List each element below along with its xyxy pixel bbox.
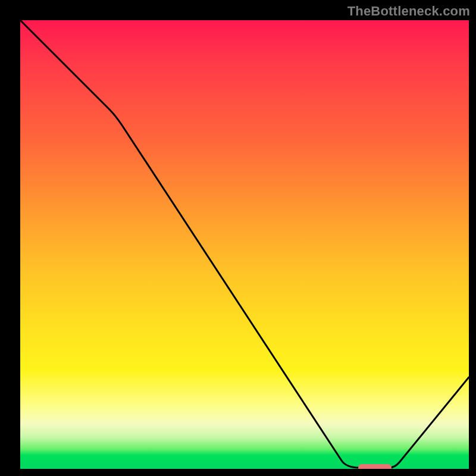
watermark-text: TheBottleneck.com — [347, 4, 470, 19]
chart-frame: TheBottleneck.com — [0, 0, 476, 476]
gradient-background — [20, 20, 469, 469]
